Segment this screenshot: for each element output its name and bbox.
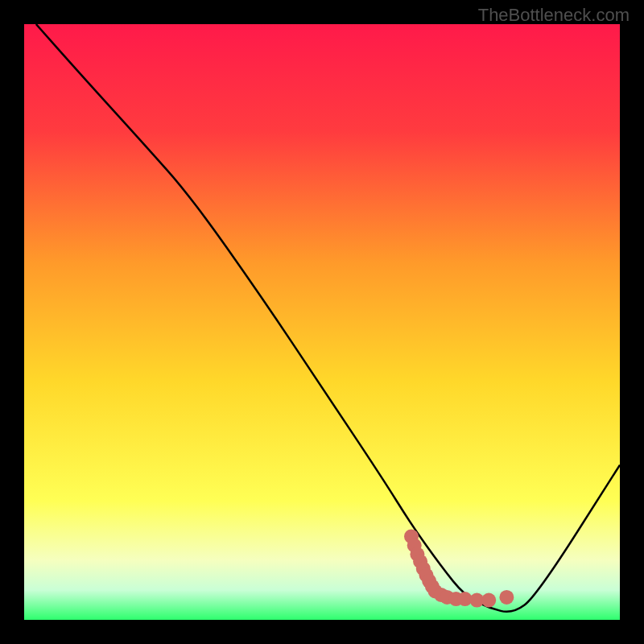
chart-container [24, 24, 620, 620]
highlight-point [481, 593, 496, 608]
chart-svg [24, 24, 620, 620]
chart-background [24, 24, 620, 620]
highlight-point [499, 590, 514, 605]
watermark-text: TheBottleneck.com [478, 5, 630, 26]
